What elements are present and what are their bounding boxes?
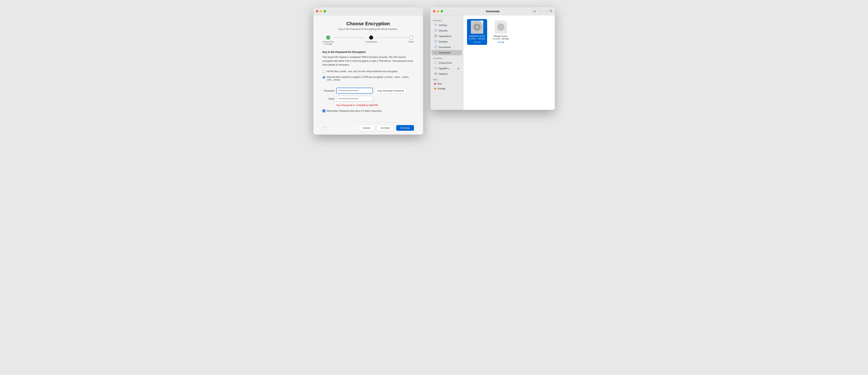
- sidebar-item-documents[interactable]: Documents: [432, 45, 462, 50]
- sidebar-item-nguyen[interactable]: Nguyễn's... ⏏: [432, 66, 462, 71]
- back-button[interactable]: ‹: [447, 9, 450, 13]
- step-line-1: [334, 37, 365, 38]
- file-area: 22000.832.220715-1440....-US.ISO 7,89 GB…: [463, 16, 555, 110]
- password-row: Password Auto Generate Password: [322, 88, 414, 93]
- favorites-section-title: Favorites: [430, 19, 463, 22]
- dmg-file-icon: [495, 21, 507, 34]
- encryption-window: Choose Encryption Key in the Password fo…: [313, 7, 423, 135]
- iso-file-name: 22000.832.220715-1440....-US.ISO: [469, 35, 485, 40]
- step-circle-pending: [409, 35, 413, 39]
- finder-toolbar-right: ⊞ ⌃⌄ »: [532, 9, 552, 13]
- step-circle-done: [326, 35, 330, 39]
- verify-label: Verify: [322, 97, 334, 100]
- sidebar-label-documents: Documents: [439, 46, 451, 49]
- minimize-button[interactable]: [320, 10, 322, 12]
- finder-traffic-lights: [433, 10, 443, 12]
- password-label: Password: [322, 89, 334, 92]
- finder-title: Downloads: [456, 10, 530, 13]
- red-tag-dot: [434, 83, 436, 85]
- documents-icon: [434, 46, 437, 49]
- continue-button[interactable]: Continue: [396, 125, 414, 131]
- orange-tag-dot: [434, 88, 436, 90]
- titlebar: [313, 7, 423, 16]
- step-choose-disc: Choose Discor Image: [322, 35, 334, 45]
- svg-point-2: [435, 25, 436, 26]
- radio-option-tpm-only[interactable]: Only the files needed to support a TPM a…: [322, 76, 414, 81]
- radio-label-all-files: All the files (.vmdk, .vmx, etc) for thi…: [327, 70, 398, 73]
- window-title: Choose Encryption: [322, 21, 414, 27]
- svg-rect-5: [436, 35, 437, 36]
- help-button[interactable]: ?: [322, 125, 327, 131]
- sidebar-label-red: Red: [437, 82, 442, 85]
- traffic-lights: [316, 10, 326, 12]
- sidebar-item-network[interactable]: Network: [432, 71, 462, 77]
- svg-line-1: [551, 11, 552, 12]
- radio-option-all-files[interactable]: All the files (.vmdk, .vmx, etc) for thi…: [322, 70, 414, 73]
- sidebar-item-downloads[interactable]: Downloads: [432, 50, 462, 55]
- sidebar-item-recents[interactable]: Recents: [432, 28, 462, 33]
- sidebar-item-applications[interactable]: Applications: [432, 33, 462, 39]
- radio-tpm-only[interactable]: [322, 76, 325, 79]
- search-button[interactable]: [549, 9, 552, 13]
- sidebar-label-applications: Applications: [439, 35, 452, 37]
- dmg-inner: [497, 24, 504, 31]
- iso-file-size: 7,89 GB: [473, 41, 480, 44]
- finder-close-button[interactable]: [433, 10, 435, 12]
- sidebar: Favorites AirDrop Recents: [430, 16, 463, 110]
- finder-body: Favorites AirDrop Recents: [430, 16, 555, 110]
- maximize-button[interactable]: [323, 10, 326, 12]
- radio-label-tpm-only: Only the files needed to support a TPM a…: [327, 76, 414, 81]
- window-footer: ? Cancel Go Back Continue: [313, 122, 423, 135]
- dmg-file-name: VMware-Fusion-e.x.p-20...sal.dmg: [493, 35, 509, 40]
- sidebar-label-network: Network: [439, 73, 447, 75]
- sidebar-item-airdrop[interactable]: AirDrop: [432, 23, 462, 28]
- step-circle-active: [369, 35, 373, 39]
- go-back-button[interactable]: Go Back: [377, 125, 394, 131]
- sidebar-item-desktop[interactable]: Desktop: [432, 39, 462, 44]
- svg-rect-11: [434, 67, 437, 69]
- view-switcher: ⊞ ⌃⌄: [532, 9, 544, 13]
- step-configuration: Configuration: [365, 35, 377, 43]
- remember-password-checkbox[interactable]: [322, 110, 325, 112]
- finder-maximize-button[interactable]: [441, 10, 443, 12]
- verify-input[interactable]: [336, 96, 373, 102]
- dmg-file-size: 700 MB: [497, 41, 504, 44]
- sidebar-label-orange: Orange: [437, 87, 445, 90]
- sort-button[interactable]: ⌃⌄: [537, 9, 544, 13]
- sidebar-item-orange[interactable]: Orange: [432, 86, 462, 91]
- icloud-icon: [434, 61, 437, 65]
- step-finish: Finish: [408, 35, 414, 43]
- sidebar-item-icloud[interactable]: iCloud Drive: [432, 60, 462, 65]
- more-button[interactable]: »: [546, 10, 548, 13]
- sidebar-label-desktop: Desktop: [439, 40, 447, 43]
- forward-button[interactable]: ›: [451, 9, 454, 13]
- sidebar-label-downloads: Downloads: [439, 51, 451, 54]
- network-icon: [434, 72, 437, 76]
- sidebar-label-icloud: iCloud Drive: [439, 61, 452, 64]
- step-label-configuration: Configuration: [365, 41, 377, 43]
- cancel-button[interactable]: Cancel: [359, 125, 374, 131]
- password-input[interactable]: [336, 88, 373, 93]
- sidebar-item-red[interactable]: Red: [432, 82, 462, 86]
- remember-password-row[interactable]: Remember Password and store it in Mac's …: [322, 110, 414, 112]
- remember-password-label: Remember Password and store it in Mac's …: [327, 110, 382, 112]
- close-button[interactable]: [316, 10, 318, 12]
- svg-rect-6: [435, 36, 436, 37]
- iso-inner2: [476, 26, 478, 28]
- eject-icon[interactable]: ⏏: [457, 67, 460, 70]
- locations-section-title: Locations: [430, 56, 463, 60]
- iso-file-icon: [471, 21, 483, 34]
- desktop-icon: [434, 40, 437, 44]
- window-content: Choose Encryption Key in the Password fo…: [313, 16, 423, 122]
- svg-rect-7: [436, 36, 437, 37]
- radio-all-files[interactable]: [322, 70, 325, 73]
- file-item-iso[interactable]: 22000.832.220715-1440....-US.ISO 7,89 GB: [467, 19, 487, 45]
- step-label-choose-disc: Choose Discor Image: [322, 41, 334, 45]
- file-item-dmg[interactable]: VMware-Fusion-e.x.p-20...sal.dmg 700 MB: [491, 19, 511, 45]
- grid-view-button[interactable]: ⊞: [532, 9, 537, 13]
- auto-generate-button[interactable]: Auto Generate Password: [375, 88, 407, 93]
- iso-inner: [473, 24, 481, 31]
- svg-rect-12: [435, 69, 436, 69]
- dmg-icon-wrapper: [494, 21, 507, 34]
- finder-minimize-button[interactable]: [437, 10, 439, 12]
